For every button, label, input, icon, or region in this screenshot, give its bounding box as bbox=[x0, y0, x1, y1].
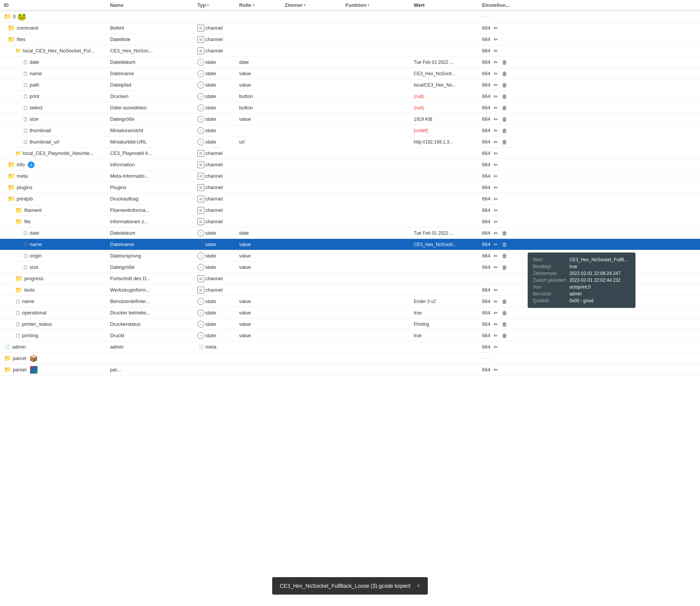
table-row[interactable]: 🗋 path Dateipfad ○ state value local/CE3… bbox=[0, 79, 700, 91]
edit-button[interactable]: ✏ bbox=[493, 207, 499, 214]
edit-button[interactable]: ✏ bbox=[493, 241, 499, 248]
delete-button[interactable]: 🗑 bbox=[501, 241, 508, 248]
edit-button[interactable]: ✏ bbox=[493, 195, 499, 203]
edit-button[interactable]: ✏ bbox=[493, 343, 499, 351]
channel-type-icon: ⊟ bbox=[197, 161, 204, 168]
edit-button[interactable]: ✏ bbox=[493, 115, 499, 123]
delete-button[interactable]: 🗑 bbox=[501, 81, 508, 89]
table-row[interactable]: 📁 filament Filamentinforma... ⊟ channel … bbox=[0, 205, 700, 216]
row-typ-cell: ○ state bbox=[197, 104, 239, 111]
table-row[interactable]: 🗋 date Dateidatum ○ state date Tue Feb 0… bbox=[0, 57, 700, 68]
delete-button[interactable]: 🗑 bbox=[501, 229, 508, 237]
row-typ-cell: ⊟ channel bbox=[197, 196, 239, 202]
col-header-funktion[interactable]: Funktion ▾ bbox=[345, 2, 414, 8]
delete-button[interactable]: 🗑 bbox=[501, 298, 508, 305]
edit-button[interactable]: ✏ bbox=[493, 252, 499, 260]
delete-button[interactable]: 🗑 bbox=[501, 309, 508, 317]
edit-button[interactable]: ✏ bbox=[493, 138, 499, 146]
delete-button[interactable]: 🗑 bbox=[501, 127, 508, 134]
delete-button[interactable]: 🗑 bbox=[501, 70, 508, 77]
delete-button[interactable]: 🗑 bbox=[501, 58, 508, 66]
delete-button[interactable]: 🗑 bbox=[501, 320, 508, 328]
table-row[interactable]: 🗋 operational Drucker betriebs... ○ stat… bbox=[0, 307, 700, 319]
col-header-zimmer[interactable]: Zimmer ▾ bbox=[285, 2, 345, 8]
table-row[interactable]: 📁 info i Information ⊟ channel 664 ✏ bbox=[0, 159, 700, 170]
table-row[interactable]: 📁 printjob Druckauftrag ⊟ channel 664 ✏ bbox=[0, 193, 700, 205]
edit-button[interactable]: ✏ bbox=[493, 47, 499, 55]
file-icon: 🗋 bbox=[23, 241, 28, 248]
col-header-rolle[interactable]: Rolle ▾ bbox=[239, 2, 285, 8]
edit-button[interactable]: ✏ bbox=[493, 36, 499, 43]
row-rolle-cell: value bbox=[239, 82, 285, 88]
edit-button[interactable]: ✏ bbox=[493, 81, 499, 89]
col-header-typ[interactable]: Typ ▾ bbox=[197, 2, 239, 8]
row-wert-cell: local/CE3_Hex_No... bbox=[414, 82, 482, 88]
table-row[interactable]: 📁 0 🐸 ··· bbox=[0, 11, 700, 22]
table-row[interactable]: 📁 file Informationen z... ⊟ channel 664 … bbox=[0, 216, 700, 227]
table-row[interactable]: 📁 local_CE3_Playmobil_Abschle... CE3_Pla… bbox=[0, 148, 700, 159]
table-row[interactable]: 📁 files Dateiliste ⊟ channel 664 ✏ bbox=[0, 34, 700, 45]
folder-icon: 📁 bbox=[8, 161, 15, 168]
edit-button[interactable]: ✏ bbox=[493, 320, 499, 328]
delete-button[interactable]: 🗑 bbox=[501, 138, 508, 146]
table-row[interactable]: 📁 command Befehl ⊟ channel 664 ✏ bbox=[0, 22, 700, 34]
table-row[interactable]: 🗋 thumbnail Miniaturansicht ○ state [und… bbox=[0, 125, 700, 136]
edit-button[interactable]: ✏ bbox=[493, 298, 499, 305]
table-row[interactable]: 📁 plugins Plugins ⊟ channel 664 ✏ bbox=[0, 182, 700, 193]
edit-button[interactable]: ✏ bbox=[493, 58, 499, 66]
delete-button[interactable]: 🗑 bbox=[501, 93, 508, 100]
edit-button[interactable]: ✏ bbox=[493, 104, 499, 112]
edit-button[interactable]: ✏ bbox=[493, 184, 499, 191]
delete-button[interactable]: 🗑 bbox=[501, 252, 508, 260]
edit-button[interactable]: ✏ bbox=[493, 286, 499, 294]
table-row[interactable]: 🗋 name Dateiname ○ state value CE3_Hex_N… bbox=[0, 68, 700, 79]
delete-button[interactable]: 🗑 bbox=[501, 264, 508, 271]
delete-button[interactable]: 🗑 bbox=[501, 332, 508, 339]
table-row[interactable]: 📁 parcel 📦 ··· bbox=[0, 353, 700, 364]
table-row[interactable]: 🗋 size Dateigröße ○ state value 1919 KiB… bbox=[0, 114, 700, 125]
row-id-cell: 🗋 name bbox=[0, 71, 110, 77]
state-type-icon: ○ bbox=[197, 116, 204, 123]
table-row[interactable]: 🗋 printer_status Druckerstatus ○ state v… bbox=[0, 319, 700, 330]
row-rolle-cell: value bbox=[239, 298, 285, 304]
row-id-cell: 📁 command bbox=[0, 24, 110, 32]
table-row[interactable]: 📁 local_CE3_Hex_NoSocket_Ful... CE3_Hex_… bbox=[0, 45, 700, 57]
row-rolle-cell: value bbox=[239, 264, 285, 270]
table-row-selected[interactable]: 🗋 name Dateiname ○ state value CE3_Hex_N… bbox=[0, 239, 700, 250]
state-type-icon: ○ bbox=[197, 93, 204, 100]
row-einstell-cell: 664 ✏ 🗑 bbox=[482, 58, 700, 66]
tooltip-popup: Wert: CE3_Hex_NoSocket_FullB... Bestätig… bbox=[528, 252, 635, 308]
edit-button[interactable]: ✏ bbox=[493, 366, 499, 374]
table-row[interactable]: 🗋 printing Druckt ○ state value true 664… bbox=[0, 330, 700, 341]
edit-button[interactable]: ✏ bbox=[493, 332, 499, 339]
file-icon: 🗋 bbox=[23, 230, 28, 236]
edit-button[interactable]: ✏ bbox=[493, 127, 499, 134]
delete-button[interactable]: 🗑 bbox=[501, 115, 508, 123]
row-name-cell: Informationen z... bbox=[110, 219, 197, 224]
table-row[interactable]: 🗋 date Dateidatum ○ state date Tue Feb 0… bbox=[0, 227, 700, 239]
edit-button[interactable]: ✏ bbox=[493, 309, 499, 317]
edit-button[interactable]: ✏ bbox=[493, 218, 499, 226]
edit-button[interactable]: ✏ bbox=[493, 24, 499, 32]
edit-button[interactable]: ✏ bbox=[493, 264, 499, 271]
edit-button[interactable]: ✏ bbox=[493, 172, 499, 180]
edit-button[interactable]: ✏ bbox=[493, 161, 499, 169]
row-name-cell: Dateiname bbox=[110, 71, 197, 76]
row-typ-cell: ⊟ channel bbox=[197, 25, 239, 32]
table-row[interactable]: 🗋 select Datei auswählen ○ state button … bbox=[0, 102, 700, 114]
row-einstell-cell: 664 ✏ bbox=[482, 184, 700, 191]
edit-button[interactable]: ✏ bbox=[493, 229, 499, 237]
edit-button[interactable]: ✏ bbox=[493, 93, 499, 100]
table-row[interactable]: 🗋 thumbnail_url Miniaturbild-URL ○ state… bbox=[0, 136, 700, 148]
folder-icon: 📁 bbox=[8, 36, 15, 43]
col-header-name[interactable]: Name bbox=[110, 2, 197, 8]
table-row[interactable]: 📁 meta Meta-Informatio... ⊟ channel 664 … bbox=[0, 170, 700, 182]
row-einstell-cell: 664 ✏ 🗑 bbox=[482, 93, 700, 100]
table-row[interactable]: 🗋 print Drucken ○ state button (null) 66… bbox=[0, 91, 700, 102]
table-row[interactable]: 📄 admin admin 📄 meta 664 ✏ bbox=[0, 341, 700, 353]
edit-button[interactable]: ✏ bbox=[493, 70, 499, 77]
snackbar-close-button[interactable]: × bbox=[417, 582, 420, 589]
delete-button[interactable]: 🗑 bbox=[501, 104, 508, 112]
edit-button[interactable]: ✏ bbox=[493, 150, 499, 157]
table-row[interactable]: 📁 parser par... 664 ✏ bbox=[0, 364, 700, 376]
